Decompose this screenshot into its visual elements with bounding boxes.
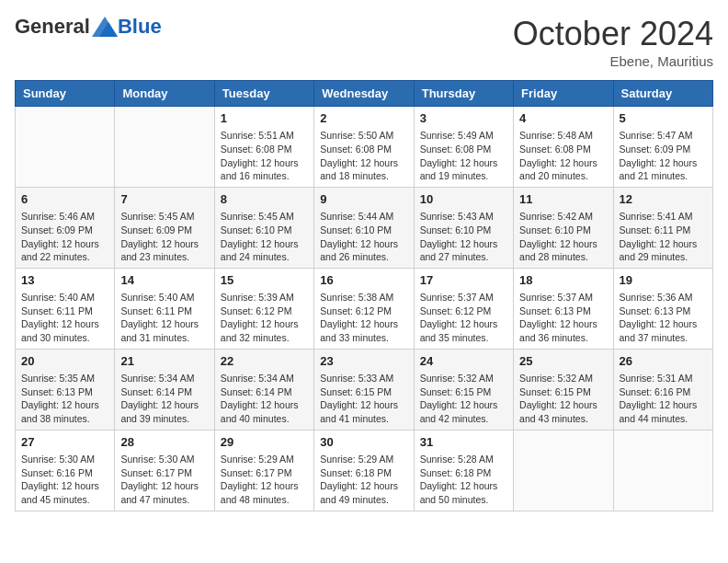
- weekday-header-friday: Friday: [514, 81, 613, 107]
- day-number: 25: [519, 353, 607, 370]
- calendar-cell: 11Sunrise: 5:42 AMSunset: 6:10 PMDayligh…: [514, 187, 613, 268]
- day-number: 9: [320, 191, 407, 208]
- calendar-table: SundayMondayTuesdayWednesdayThursdayFrid…: [15, 80, 713, 511]
- day-number: 27: [21, 434, 108, 451]
- calendar-row: 27Sunrise: 5:30 AMSunset: 6:16 PMDayligh…: [16, 430, 713, 511]
- calendar-cell: 20Sunrise: 5:35 AMSunset: 6:13 PMDayligh…: [16, 349, 115, 430]
- day-number: 30: [320, 434, 407, 451]
- day-info: Sunrise: 5:32 AMSunset: 6:15 PMDaylight:…: [519, 372, 607, 426]
- location: Ebene, Mauritius: [513, 53, 713, 69]
- day-number: 23: [320, 353, 407, 370]
- month-title: October 2024: [513, 15, 713, 53]
- calendar-cell: 17Sunrise: 5:37 AMSunset: 6:12 PMDayligh…: [414, 268, 513, 349]
- calendar-cell: [115, 107, 214, 188]
- day-info: Sunrise: 5:33 AMSunset: 6:15 PMDaylight:…: [320, 372, 407, 426]
- day-info: Sunrise: 5:44 AMSunset: 6:10 PMDaylight:…: [320, 210, 407, 264]
- day-info: Sunrise: 5:31 AMSunset: 6:16 PMDaylight:…: [620, 372, 707, 426]
- calendar-cell: 19Sunrise: 5:36 AMSunset: 6:13 PMDayligh…: [613, 268, 712, 349]
- calendar-cell: [16, 107, 115, 188]
- day-info: Sunrise: 5:45 AMSunset: 6:10 PMDaylight:…: [221, 210, 308, 264]
- calendar-cell: 31Sunrise: 5:28 AMSunset: 6:18 PMDayligh…: [414, 430, 513, 511]
- day-number: 1: [221, 110, 308, 127]
- calendar-cell: 3Sunrise: 5:49 AMSunset: 6:08 PMDaylight…: [414, 107, 513, 188]
- weekday-header-monday: Monday: [115, 81, 214, 107]
- day-number: 8: [221, 191, 308, 208]
- calendar-cell: 16Sunrise: 5:38 AMSunset: 6:12 PMDayligh…: [314, 268, 414, 349]
- day-info: Sunrise: 5:37 AMSunset: 6:13 PMDaylight:…: [519, 291, 607, 345]
- calendar-row: 20Sunrise: 5:35 AMSunset: 6:13 PMDayligh…: [16, 349, 713, 430]
- calendar-cell: 8Sunrise: 5:45 AMSunset: 6:10 PMDaylight…: [214, 187, 313, 268]
- logo: General Blue: [15, 15, 162, 39]
- day-info: Sunrise: 5:30 AMSunset: 6:16 PMDaylight:…: [21, 453, 108, 507]
- day-info: Sunrise: 5:29 AMSunset: 6:17 PMDaylight:…: [221, 453, 308, 507]
- calendar-cell: 25Sunrise: 5:32 AMSunset: 6:15 PMDayligh…: [514, 349, 613, 430]
- day-info: Sunrise: 5:32 AMSunset: 6:15 PMDaylight:…: [420, 372, 507, 426]
- day-info: Sunrise: 5:42 AMSunset: 6:10 PMDaylight:…: [519, 210, 607, 264]
- calendar-cell: 27Sunrise: 5:30 AMSunset: 6:16 PMDayligh…: [16, 430, 115, 511]
- day-number: 3: [420, 110, 507, 127]
- logo-general-text: General: [15, 15, 90, 39]
- day-number: 2: [320, 110, 407, 127]
- day-number: 10: [420, 191, 507, 208]
- day-info: Sunrise: 5:30 AMSunset: 6:17 PMDaylight:…: [120, 453, 208, 507]
- day-number: 7: [120, 191, 208, 208]
- calendar-cell: 5Sunrise: 5:47 AMSunset: 6:09 PMDaylight…: [613, 107, 712, 188]
- day-info: Sunrise: 5:39 AMSunset: 6:12 PMDaylight:…: [221, 291, 308, 345]
- day-info: Sunrise: 5:28 AMSunset: 6:18 PMDaylight:…: [420, 453, 507, 507]
- day-info: Sunrise: 5:45 AMSunset: 6:09 PMDaylight:…: [120, 210, 208, 264]
- calendar-cell: 18Sunrise: 5:37 AMSunset: 6:13 PMDayligh…: [514, 268, 613, 349]
- day-number: 16: [320, 272, 407, 289]
- day-number: 15: [221, 272, 308, 289]
- day-number: 14: [120, 272, 208, 289]
- calendar-cell: [514, 430, 613, 511]
- day-info: Sunrise: 5:35 AMSunset: 6:13 PMDaylight:…: [21, 372, 108, 426]
- calendar-cell: 30Sunrise: 5:29 AMSunset: 6:18 PMDayligh…: [314, 430, 414, 511]
- calendar-cell: 26Sunrise: 5:31 AMSunset: 6:16 PMDayligh…: [613, 349, 712, 430]
- day-info: Sunrise: 5:49 AMSunset: 6:08 PMDaylight:…: [420, 129, 507, 183]
- day-info: Sunrise: 5:29 AMSunset: 6:18 PMDaylight:…: [320, 453, 407, 507]
- title-area: October 2024 Ebene, Mauritius: [513, 15, 713, 69]
- calendar-cell: 28Sunrise: 5:30 AMSunset: 6:17 PMDayligh…: [115, 430, 214, 511]
- weekday-header-saturday: Saturday: [613, 81, 712, 107]
- day-number: 31: [420, 434, 507, 451]
- day-info: Sunrise: 5:34 AMSunset: 6:14 PMDaylight:…: [221, 372, 308, 426]
- calendar-cell: 13Sunrise: 5:40 AMSunset: 6:11 PMDayligh…: [16, 268, 115, 349]
- day-number: 29: [221, 434, 308, 451]
- day-number: 13: [21, 272, 108, 289]
- day-info: Sunrise: 5:34 AMSunset: 6:14 PMDaylight:…: [120, 372, 208, 426]
- day-number: 28: [120, 434, 208, 451]
- day-number: 4: [519, 110, 607, 127]
- logo-icon: [92, 17, 118, 37]
- calendar-cell: 10Sunrise: 5:43 AMSunset: 6:10 PMDayligh…: [414, 187, 513, 268]
- day-info: Sunrise: 5:36 AMSunset: 6:13 PMDaylight:…: [620, 291, 707, 345]
- day-number: 5: [620, 110, 707, 127]
- calendar-cell: 14Sunrise: 5:40 AMSunset: 6:11 PMDayligh…: [115, 268, 214, 349]
- weekday-header-row: SundayMondayTuesdayWednesdayThursdayFrid…: [16, 81, 713, 107]
- day-number: 22: [221, 353, 308, 370]
- day-number: 26: [620, 353, 707, 370]
- day-number: 19: [620, 272, 707, 289]
- day-info: Sunrise: 5:47 AMSunset: 6:09 PMDaylight:…: [620, 129, 707, 183]
- calendar-cell: 21Sunrise: 5:34 AMSunset: 6:14 PMDayligh…: [115, 349, 214, 430]
- calendar-row: 1Sunrise: 5:51 AMSunset: 6:08 PMDaylight…: [16, 107, 713, 188]
- calendar-cell: [613, 430, 712, 511]
- calendar-cell: 24Sunrise: 5:32 AMSunset: 6:15 PMDayligh…: [414, 349, 513, 430]
- page-header: General Blue October 2024 Ebene, Mauriti…: [15, 15, 713, 69]
- calendar-cell: 9Sunrise: 5:44 AMSunset: 6:10 PMDaylight…: [314, 187, 414, 268]
- calendar-cell: 22Sunrise: 5:34 AMSunset: 6:14 PMDayligh…: [214, 349, 313, 430]
- calendar-cell: 23Sunrise: 5:33 AMSunset: 6:15 PMDayligh…: [314, 349, 414, 430]
- day-number: 18: [519, 272, 607, 289]
- logo-blue-text: Blue: [118, 15, 162, 39]
- calendar-cell: 29Sunrise: 5:29 AMSunset: 6:17 PMDayligh…: [214, 430, 313, 511]
- day-number: 20: [21, 353, 108, 370]
- day-info: Sunrise: 5:43 AMSunset: 6:10 PMDaylight:…: [420, 210, 507, 264]
- day-info: Sunrise: 5:40 AMSunset: 6:11 PMDaylight:…: [21, 291, 108, 345]
- day-info: Sunrise: 5:40 AMSunset: 6:11 PMDaylight:…: [120, 291, 208, 345]
- calendar-cell: 12Sunrise: 5:41 AMSunset: 6:11 PMDayligh…: [613, 187, 712, 268]
- calendar-cell: 15Sunrise: 5:39 AMSunset: 6:12 PMDayligh…: [214, 268, 313, 349]
- day-number: 24: [420, 353, 507, 370]
- day-number: 17: [420, 272, 507, 289]
- calendar-cell: 2Sunrise: 5:50 AMSunset: 6:08 PMDaylight…: [314, 107, 414, 188]
- day-number: 6: [21, 191, 108, 208]
- calendar-cell: 1Sunrise: 5:51 AMSunset: 6:08 PMDaylight…: [214, 107, 313, 188]
